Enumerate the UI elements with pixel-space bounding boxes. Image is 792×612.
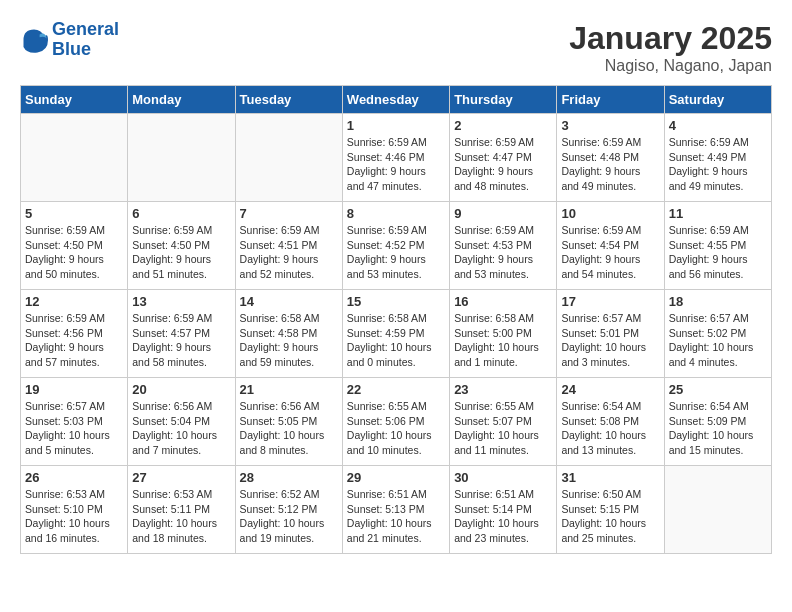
logo-icon: [20, 26, 48, 54]
day-cell: 29Sunrise: 6:51 AM Sunset: 5:13 PM Dayli…: [342, 466, 449, 554]
day-cell: 20Sunrise: 6:56 AM Sunset: 5:04 PM Dayli…: [128, 378, 235, 466]
day-number: 18: [669, 294, 767, 309]
logo-text: General Blue: [52, 20, 119, 60]
day-number: 19: [25, 382, 123, 397]
day-info: Sunrise: 6:51 AM Sunset: 5:14 PM Dayligh…: [454, 487, 552, 546]
day-number: 3: [561, 118, 659, 133]
day-info: Sunrise: 6:59 AM Sunset: 4:50 PM Dayligh…: [25, 223, 123, 282]
day-cell: [128, 114, 235, 202]
day-info: Sunrise: 6:59 AM Sunset: 4:57 PM Dayligh…: [132, 311, 230, 370]
week-row-4: 19Sunrise: 6:57 AM Sunset: 5:03 PM Dayli…: [21, 378, 772, 466]
day-cell: 8Sunrise: 6:59 AM Sunset: 4:52 PM Daylig…: [342, 202, 449, 290]
day-cell: 2Sunrise: 6:59 AM Sunset: 4:47 PM Daylig…: [450, 114, 557, 202]
day-cell: 17Sunrise: 6:57 AM Sunset: 5:01 PM Dayli…: [557, 290, 664, 378]
day-number: 4: [669, 118, 767, 133]
day-cell: 18Sunrise: 6:57 AM Sunset: 5:02 PM Dayli…: [664, 290, 771, 378]
day-cell: [21, 114, 128, 202]
day-info: Sunrise: 6:54 AM Sunset: 5:08 PM Dayligh…: [561, 399, 659, 458]
day-cell: 16Sunrise: 6:58 AM Sunset: 5:00 PM Dayli…: [450, 290, 557, 378]
day-number: 21: [240, 382, 338, 397]
day-number: 26: [25, 470, 123, 485]
day-cell: [664, 466, 771, 554]
day-number: 29: [347, 470, 445, 485]
day-cell: 26Sunrise: 6:53 AM Sunset: 5:10 PM Dayli…: [21, 466, 128, 554]
day-number: 9: [454, 206, 552, 221]
day-number: 5: [25, 206, 123, 221]
week-row-1: 1Sunrise: 6:59 AM Sunset: 4:46 PM Daylig…: [21, 114, 772, 202]
day-cell: 31Sunrise: 6:50 AM Sunset: 5:15 PM Dayli…: [557, 466, 664, 554]
day-number: 15: [347, 294, 445, 309]
day-cell: 4Sunrise: 6:59 AM Sunset: 4:49 PM Daylig…: [664, 114, 771, 202]
weekday-header-row: SundayMondayTuesdayWednesdayThursdayFrid…: [21, 86, 772, 114]
day-number: 14: [240, 294, 338, 309]
day-cell: 21Sunrise: 6:56 AM Sunset: 5:05 PM Dayli…: [235, 378, 342, 466]
day-cell: [235, 114, 342, 202]
day-number: 31: [561, 470, 659, 485]
month-title: January 2025: [569, 20, 772, 57]
day-info: Sunrise: 6:54 AM Sunset: 5:09 PM Dayligh…: [669, 399, 767, 458]
day-number: 8: [347, 206, 445, 221]
weekday-header-friday: Friday: [557, 86, 664, 114]
day-number: 13: [132, 294, 230, 309]
day-number: 12: [25, 294, 123, 309]
day-info: Sunrise: 6:59 AM Sunset: 4:50 PM Dayligh…: [132, 223, 230, 282]
day-cell: 1Sunrise: 6:59 AM Sunset: 4:46 PM Daylig…: [342, 114, 449, 202]
day-cell: 30Sunrise: 6:51 AM Sunset: 5:14 PM Dayli…: [450, 466, 557, 554]
page-header: General Blue January 2025 Nagiso, Nagano…: [20, 20, 772, 75]
day-cell: 6Sunrise: 6:59 AM Sunset: 4:50 PM Daylig…: [128, 202, 235, 290]
day-cell: 22Sunrise: 6:55 AM Sunset: 5:06 PM Dayli…: [342, 378, 449, 466]
day-number: 6: [132, 206, 230, 221]
logo-line2: Blue: [52, 39, 91, 59]
day-cell: 23Sunrise: 6:55 AM Sunset: 5:07 PM Dayli…: [450, 378, 557, 466]
weekday-header-saturday: Saturday: [664, 86, 771, 114]
day-number: 24: [561, 382, 659, 397]
day-cell: 9Sunrise: 6:59 AM Sunset: 4:53 PM Daylig…: [450, 202, 557, 290]
weekday-header-monday: Monday: [128, 86, 235, 114]
day-cell: 24Sunrise: 6:54 AM Sunset: 5:08 PM Dayli…: [557, 378, 664, 466]
day-info: Sunrise: 6:52 AM Sunset: 5:12 PM Dayligh…: [240, 487, 338, 546]
day-info: Sunrise: 6:59 AM Sunset: 4:47 PM Dayligh…: [454, 135, 552, 194]
day-info: Sunrise: 6:59 AM Sunset: 4:55 PM Dayligh…: [669, 223, 767, 282]
title-area: January 2025 Nagiso, Nagano, Japan: [569, 20, 772, 75]
day-info: Sunrise: 6:53 AM Sunset: 5:10 PM Dayligh…: [25, 487, 123, 546]
day-cell: 25Sunrise: 6:54 AM Sunset: 5:09 PM Dayli…: [664, 378, 771, 466]
day-info: Sunrise: 6:57 AM Sunset: 5:01 PM Dayligh…: [561, 311, 659, 370]
day-cell: 13Sunrise: 6:59 AM Sunset: 4:57 PM Dayli…: [128, 290, 235, 378]
day-info: Sunrise: 6:59 AM Sunset: 4:56 PM Dayligh…: [25, 311, 123, 370]
day-cell: 28Sunrise: 6:52 AM Sunset: 5:12 PM Dayli…: [235, 466, 342, 554]
day-info: Sunrise: 6:55 AM Sunset: 5:06 PM Dayligh…: [347, 399, 445, 458]
day-info: Sunrise: 6:57 AM Sunset: 5:03 PM Dayligh…: [25, 399, 123, 458]
day-number: 23: [454, 382, 552, 397]
day-number: 10: [561, 206, 659, 221]
day-cell: 3Sunrise: 6:59 AM Sunset: 4:48 PM Daylig…: [557, 114, 664, 202]
day-number: 28: [240, 470, 338, 485]
week-row-5: 26Sunrise: 6:53 AM Sunset: 5:10 PM Dayli…: [21, 466, 772, 554]
day-info: Sunrise: 6:58 AM Sunset: 4:58 PM Dayligh…: [240, 311, 338, 370]
day-number: 27: [132, 470, 230, 485]
day-number: 20: [132, 382, 230, 397]
day-cell: 19Sunrise: 6:57 AM Sunset: 5:03 PM Dayli…: [21, 378, 128, 466]
day-info: Sunrise: 6:50 AM Sunset: 5:15 PM Dayligh…: [561, 487, 659, 546]
day-number: 25: [669, 382, 767, 397]
day-info: Sunrise: 6:57 AM Sunset: 5:02 PM Dayligh…: [669, 311, 767, 370]
day-number: 2: [454, 118, 552, 133]
day-info: Sunrise: 6:53 AM Sunset: 5:11 PM Dayligh…: [132, 487, 230, 546]
day-number: 16: [454, 294, 552, 309]
day-info: Sunrise: 6:56 AM Sunset: 5:04 PM Dayligh…: [132, 399, 230, 458]
weekday-header-sunday: Sunday: [21, 86, 128, 114]
day-info: Sunrise: 6:58 AM Sunset: 4:59 PM Dayligh…: [347, 311, 445, 370]
day-info: Sunrise: 6:59 AM Sunset: 4:48 PM Dayligh…: [561, 135, 659, 194]
day-number: 11: [669, 206, 767, 221]
day-cell: 5Sunrise: 6:59 AM Sunset: 4:50 PM Daylig…: [21, 202, 128, 290]
day-info: Sunrise: 6:59 AM Sunset: 4:49 PM Dayligh…: [669, 135, 767, 194]
day-cell: 11Sunrise: 6:59 AM Sunset: 4:55 PM Dayli…: [664, 202, 771, 290]
day-info: Sunrise: 6:55 AM Sunset: 5:07 PM Dayligh…: [454, 399, 552, 458]
day-cell: 27Sunrise: 6:53 AM Sunset: 5:11 PM Dayli…: [128, 466, 235, 554]
day-info: Sunrise: 6:59 AM Sunset: 4:54 PM Dayligh…: [561, 223, 659, 282]
weekday-header-tuesday: Tuesday: [235, 86, 342, 114]
day-number: 22: [347, 382, 445, 397]
week-row-2: 5Sunrise: 6:59 AM Sunset: 4:50 PM Daylig…: [21, 202, 772, 290]
day-info: Sunrise: 6:59 AM Sunset: 4:52 PM Dayligh…: [347, 223, 445, 282]
day-cell: 15Sunrise: 6:58 AM Sunset: 4:59 PM Dayli…: [342, 290, 449, 378]
day-info: Sunrise: 6:51 AM Sunset: 5:13 PM Dayligh…: [347, 487, 445, 546]
